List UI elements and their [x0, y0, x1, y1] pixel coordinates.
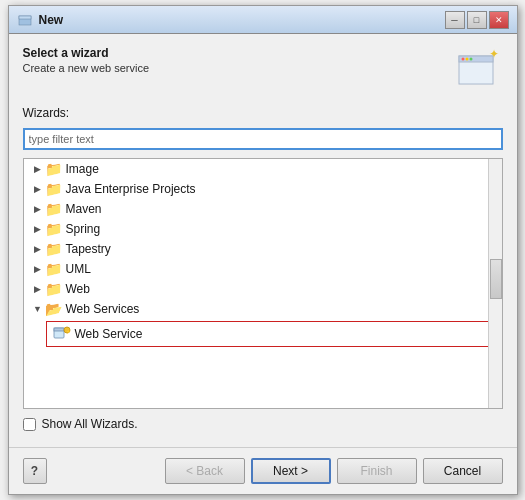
folder-icon-uml: 📁 — [46, 262, 62, 276]
toggle-web[interactable]: ▶ — [32, 283, 44, 295]
button-row: ? < Back Next > Finish Cancel — [9, 452, 517, 494]
show-all-row: Show All Wizards. — [23, 417, 503, 431]
back-button[interactable]: < Back — [165, 458, 245, 484]
folder-icon-spring: 📁 — [46, 222, 62, 236]
tree-label-image: Image — [66, 162, 99, 176]
scrollbar-thumb[interactable] — [490, 259, 502, 299]
tree-label-tapestry: Tapestry — [66, 242, 111, 256]
cancel-button[interactable]: Cancel — [423, 458, 503, 484]
tree-container: ▶ 📁 Image ▶ 📁 Java Enterprise Projects ▶… — [23, 158, 503, 409]
minimize-button[interactable]: ─ — [445, 11, 465, 29]
svg-rect-1 — [19, 16, 31, 19]
tree-label-spring: Spring — [66, 222, 101, 236]
toggle-tapestry[interactable]: ▶ — [32, 243, 44, 255]
folder-icon-tapestry: 📁 — [46, 242, 62, 256]
toggle-webservices[interactable]: ▼ — [32, 303, 44, 315]
tree-label-java: Java Enterprise Projects — [66, 182, 196, 196]
show-all-checkbox[interactable] — [23, 418, 36, 431]
wizards-label: Wizards: — [23, 106, 503, 120]
folder-icon-maven: 📁 — [46, 202, 62, 216]
title-bar: New ─ □ ✕ — [9, 6, 517, 34]
show-all-label: Show All Wizards. — [42, 417, 138, 431]
tree-label-uml: UML — [66, 262, 91, 276]
tree-item-uml[interactable]: ▶ 📁 UML — [24, 259, 502, 279]
toggle-java[interactable]: ▶ — [32, 183, 44, 195]
tree-label-maven: Maven — [66, 202, 102, 216]
tree-scroll[interactable]: ▶ 📁 Image ▶ 📁 Java Enterprise Projects ▶… — [24, 159, 502, 408]
toggle-uml[interactable]: ▶ — [32, 263, 44, 275]
svg-rect-9 — [54, 328, 64, 331]
tree-item-tapestry[interactable]: ▶ 📁 Tapestry — [24, 239, 502, 259]
folder-icon-java: 📁 — [46, 182, 62, 196]
scrollbar[interactable] — [488, 159, 502, 408]
filter-input[interactable] — [23, 128, 503, 150]
separator — [9, 447, 517, 448]
toggle-spring[interactable]: ▶ — [32, 223, 44, 235]
maximize-button[interactable]: □ — [467, 11, 487, 29]
help-button[interactable]: ? — [23, 458, 47, 484]
header-subtitle: Create a new web service — [23, 62, 150, 74]
header-text: Select a wizard Create a new web service — [23, 46, 150, 74]
tree-item-java[interactable]: ▶ 📁 Java Enterprise Projects — [24, 179, 502, 199]
web-service-highlight: ⚡ Web Service — [46, 321, 496, 347]
next-button[interactable]: Next > — [251, 458, 331, 484]
tree-item-maven[interactable]: ▶ 📁 Maven — [24, 199, 502, 219]
tree-item-image[interactable]: ▶ 📁 Image — [24, 159, 502, 179]
folder-icon-web: 📁 — [46, 282, 62, 296]
toggle-maven[interactable]: ▶ — [32, 203, 44, 215]
webservice-icon: ⚡ — [53, 326, 71, 342]
dialog-content: Select a wizard Create a new web service… — [9, 34, 517, 443]
dialog-title: New — [39, 13, 445, 27]
folder-icon-webservices: 📂 — [46, 302, 62, 316]
svg-point-4 — [461, 58, 464, 61]
header-wizard-icon: ✦ — [451, 46, 503, 94]
close-button[interactable]: ✕ — [489, 11, 509, 29]
svg-point-5 — [465, 58, 468, 61]
folder-icon-image: 📁 — [46, 162, 62, 176]
svg-text:⚡: ⚡ — [65, 329, 70, 334]
finish-button[interactable]: Finish — [337, 458, 417, 484]
tree-label-web: Web — [66, 282, 90, 296]
tree-item-webservice[interactable]: ⚡ Web Service — [49, 324, 493, 344]
header-section: Select a wizard Create a new web service… — [23, 46, 503, 94]
tree-item-webservices[interactable]: ▼ 📂 Web Services — [24, 299, 502, 319]
header-title: Select a wizard — [23, 46, 150, 60]
svg-text:✦: ✦ — [489, 48, 499, 61]
tree-label-webservice: Web Service — [75, 327, 143, 341]
svg-point-6 — [469, 58, 472, 61]
dialog-icon — [17, 12, 33, 28]
title-controls: ─ □ ✕ — [445, 11, 509, 29]
tree-item-spring[interactable]: ▶ 📁 Spring — [24, 219, 502, 239]
tree-item-web[interactable]: ▶ 📁 Web — [24, 279, 502, 299]
toggle-image[interactable]: ▶ — [32, 163, 44, 175]
tree-label-webservices: Web Services — [66, 302, 140, 316]
dialog: New ─ □ ✕ Select a wizard Create a new w… — [8, 5, 518, 495]
